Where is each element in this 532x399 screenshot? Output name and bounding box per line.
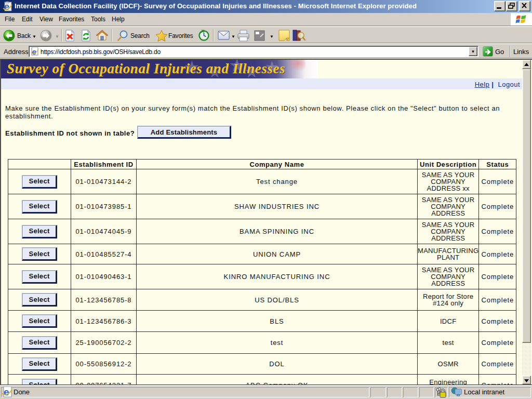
- svg-text:e: e: [32, 47, 36, 56]
- svg-text:e: e: [4, 2, 9, 11]
- svg-text:e: e: [4, 387, 9, 397]
